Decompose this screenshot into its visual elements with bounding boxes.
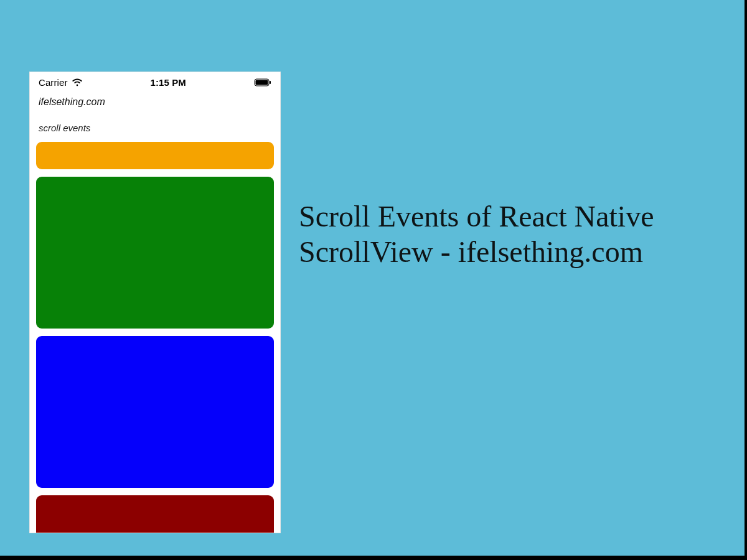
svg-rect-1 (256, 80, 268, 85)
status-bar: Carrier 1:15 PM (30, 72, 280, 90)
phone-frame: Carrier 1:15 PM ifelsething.com (29, 72, 281, 533)
scroll-item (36, 142, 274, 169)
page-headline: Scroll Events of React Native ScrollView… (299, 199, 722, 269)
app-subtitle: scroll events (30, 110, 280, 139)
svg-rect-2 (270, 81, 271, 84)
page-canvas: Carrier 1:15 PM ifelsething.com (0, 0, 745, 556)
scroll-item (36, 177, 274, 329)
wifi-icon (72, 78, 83, 86)
scroll-item (36, 495, 274, 533)
battery-icon (254, 78, 271, 86)
carrier-label: Carrier (39, 77, 68, 88)
status-bar-time: 1:15 PM (151, 77, 186, 88)
scroll-view[interactable] (36, 142, 274, 533)
status-bar-left: Carrier (39, 77, 83, 88)
app-title: ifelsething.com (30, 90, 280, 110)
status-bar-right (254, 78, 271, 86)
scroll-item (36, 336, 274, 488)
